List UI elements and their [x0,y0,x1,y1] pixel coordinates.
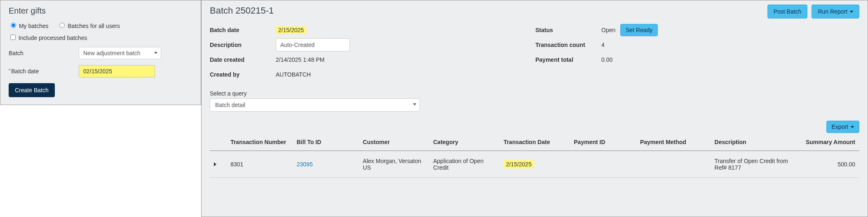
batch-date-label: Batch date [9,68,79,75]
batch-scope-radios: My batches Batches for all users [9,21,192,29]
batch-select-value: New adjustment batch [83,50,141,56]
include-processed-input[interactable] [10,35,16,40]
chevron-down-icon [850,11,853,13]
status-label: Status [535,27,601,33]
batch-panel: Batch 250215-1 Post Batch Run Report Bat… [201,0,868,217]
bill-to-link[interactable]: 23095 [297,161,313,168]
col-txn-number[interactable]: Transaction Number [226,136,293,151]
cell-txn-number: 8301 [226,151,293,178]
batch-select[interactable]: New adjustment batch [79,47,161,59]
include-processed-checkbox[interactable]: Include processed batches [9,35,87,41]
cell-txn-date: 2/15/2025 [500,151,570,178]
run-report-button-label: Run Report [818,8,847,15]
col-txn-date[interactable]: Transaction Date [500,136,570,151]
cell-payment-id [570,151,636,178]
col-customer[interactable]: Customer [359,136,429,151]
include-processed-label: Include processed batches [19,35,87,41]
radio-my-batches-input[interactable] [11,23,16,28]
post-batch-button-label: Post Batch [774,8,802,15]
transactions-section: Export [210,121,859,178]
cell-payment-method [636,151,711,178]
set-ready-button-label: Set Ready [626,27,652,33]
radio-all-batches[interactable]: Batches for all users [57,23,120,29]
status-value: Open Set Ready [601,24,658,36]
export-row: Export [210,121,859,133]
batch-header: Batch 250215-1 Post Batch Run Report [210,5,859,23]
col-payment-id[interactable]: Payment ID [570,136,636,151]
batch-select-label: Batch [9,50,79,56]
radio-my-batches-label: My batches [19,23,49,29]
txn-date-highlight: 2/15/2025 [504,160,534,168]
batch-details-left: Batch date 2/15/2025 Description Date cr… [210,23,535,82]
create-batch-button-label: Create Batch [15,87,49,93]
description-input[interactable] [276,38,350,51]
date-created-label: Date created [210,56,276,63]
post-batch-button[interactable]: Post Batch [767,5,808,19]
query-select[interactable]: Batch detail [210,98,420,112]
payment-total-label: Payment total [535,56,601,63]
col-summary-amount[interactable]: Summary Amount [797,136,859,151]
caret-right-icon [214,162,216,166]
batch-details: Batch date 2/15/2025 Description Date cr… [210,23,859,82]
export-button[interactable]: Export [826,121,859,133]
txn-count-label: Transaction count [535,42,601,48]
batch-date-input[interactable] [79,65,155,77]
create-batch-button[interactable]: Create Batch [9,83,55,97]
include-processed-row: Include processed batches [9,33,192,41]
cell-customer: Alex Morgan, Versaton US [359,151,429,178]
cell-summary-amount: 500.00 [797,151,859,178]
table-row[interactable]: 8301 23095 Alex Morgan, Versaton US Appl… [210,151,859,178]
radio-all-batches-input[interactable] [59,23,65,28]
batch-date-value: 2/15/2025 [276,26,306,34]
batch-title: Batch 250215-1 [210,5,274,16]
run-report-button[interactable]: Run Report [812,5,859,19]
enter-gifts-panel: Enter gifts My batches Batches for all u… [0,0,201,105]
status-text: Open [601,27,615,33]
date-created-value: 2/14/2025 1:48 PM [276,56,324,63]
chevron-down-icon [851,126,854,128]
radio-my-batches[interactable]: My batches [9,23,50,29]
radio-all-batches-label: Batches for all users [68,23,120,29]
panel-title: Enter gifts [9,6,192,16]
batch-date-label: Batch date [210,27,276,33]
batch-select-row: Batch New adjustment batch [9,47,192,59]
cell-description: Transfer of Open Credit from Ref# 8177 [711,151,798,178]
chevron-down-icon [154,52,157,54]
query-label: Select a query [210,90,859,97]
set-ready-button[interactable]: Set Ready [620,24,658,36]
col-expand [210,136,226,151]
cell-category: Application of Open Credit [429,151,500,178]
row-expand-cell[interactable] [210,151,226,178]
chevron-down-icon [413,103,416,105]
transactions-table: Transaction Number Bill To ID Customer C… [210,136,859,178]
col-category[interactable]: Category [429,136,500,151]
col-bill-to-id[interactable]: Bill To ID [293,136,359,151]
cell-bill-to-id[interactable]: 23095 [293,151,359,178]
created-by-value: AUTOBATCH [276,71,311,78]
col-description[interactable]: Description [711,136,798,151]
query-select-value: Batch detail [215,102,245,108]
table-header-row: Transaction Number Bill To ID Customer C… [210,136,859,151]
export-button-label: Export [832,124,848,130]
batch-date-row: Batch date [9,65,192,77]
description-label: Description [210,42,276,48]
created-by-label: Created by [210,71,276,78]
col-payment-method[interactable]: Payment Method [636,136,711,151]
txn-count-value: 4 [601,42,605,48]
batch-actions: Post Batch Run Report [767,5,859,19]
batch-details-right: Status Open Set Ready Transaction count … [535,23,729,82]
payment-total-value: 0.00 [601,56,612,63]
